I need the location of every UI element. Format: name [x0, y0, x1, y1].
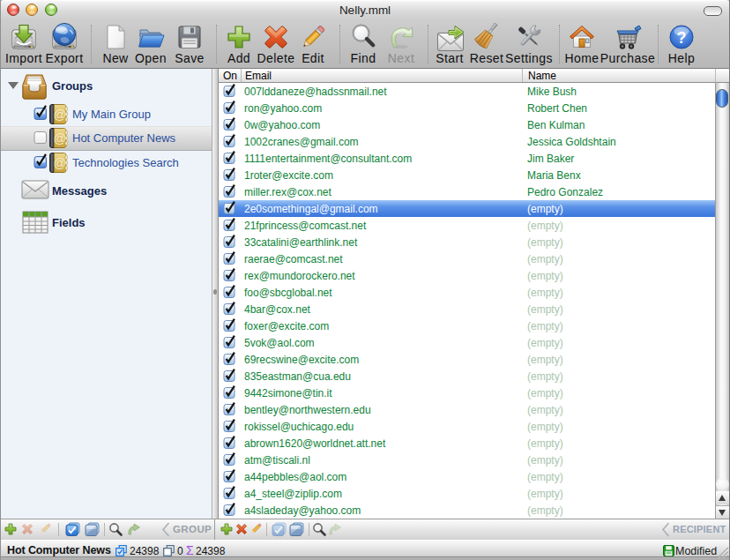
svg-text:@: @: [54, 156, 66, 170]
svg-text:@: @: [54, 131, 66, 146]
svg-text:?: ?: [677, 29, 687, 47]
svg-text:@: @: [54, 108, 66, 122]
